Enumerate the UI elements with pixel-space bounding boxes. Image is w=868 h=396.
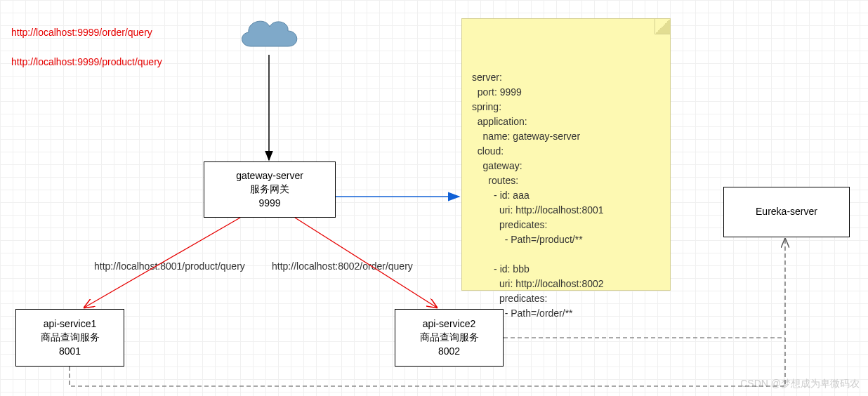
edge-label-right: http://localhost:8002/order/query — [272, 260, 413, 272]
eureka-title: Eureka-server — [756, 205, 817, 219]
api1-port: 8001 — [59, 345, 81, 359]
api2-title: api-service2 — [423, 317, 475, 331]
example-url-product: http://localhost:9999/product/query — [11, 56, 162, 67]
eureka-box: Eureka-server — [723, 187, 850, 237]
example-url-order: http://localhost:9999/order/query — [11, 27, 152, 38]
gateway-title: gateway-server — [236, 169, 303, 183]
api2-sub: 商品查询服务 — [420, 331, 479, 345]
gateway-sub: 服务网关 — [250, 183, 289, 197]
watermark: CSDN @梦想成为卑微码农 — [740, 378, 860, 390]
api1-box: api-service1 商品查询服务 8001 — [15, 309, 124, 367]
edge-label-left: http://localhost:8001/product/query — [94, 260, 245, 272]
api2-port: 8002 — [438, 345, 460, 359]
api1-sub: 商品查询服务 — [41, 331, 100, 345]
note-fold-icon — [655, 19, 670, 34]
config-note-text: server: port: 9999 spring: application: … — [472, 70, 660, 321]
gateway-box: gateway-server 服务网关 9999 — [204, 161, 336, 218]
config-note: server: port: 9999 spring: application: … — [461, 18, 671, 291]
cloud-icon — [233, 11, 303, 59]
gateway-port: 9999 — [258, 197, 280, 211]
api1-title: api-service1 — [44, 317, 96, 331]
